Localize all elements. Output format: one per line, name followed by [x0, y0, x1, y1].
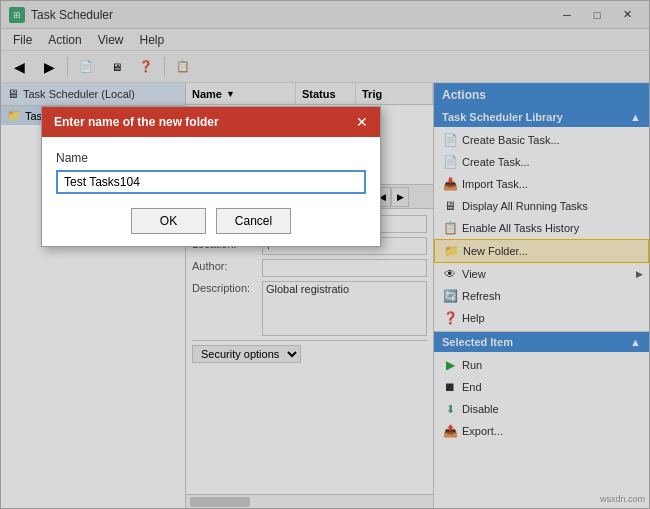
dialog-title-text: Enter name of the new folder [54, 115, 219, 129]
dialog-overlay: Enter name of the new folder ✕ Name OK C… [1, 1, 649, 508]
main-window: ⊞ Task Scheduler ─ □ ✕ File Action View … [0, 0, 650, 509]
dialog-body: Name OK Cancel [42, 137, 380, 246]
dialog-title-bar: Enter name of the new folder ✕ [42, 107, 380, 137]
dialog-cancel-button[interactable]: Cancel [216, 208, 291, 234]
dialog-ok-button[interactable]: OK [131, 208, 206, 234]
new-folder-dialog: Enter name of the new folder ✕ Name OK C… [41, 106, 381, 247]
dialog-close-button[interactable]: ✕ [356, 115, 368, 129]
dialog-buttons: OK Cancel [56, 208, 366, 234]
dialog-field-label: Name [56, 151, 366, 165]
new-folder-name-input[interactable] [56, 170, 366, 194]
